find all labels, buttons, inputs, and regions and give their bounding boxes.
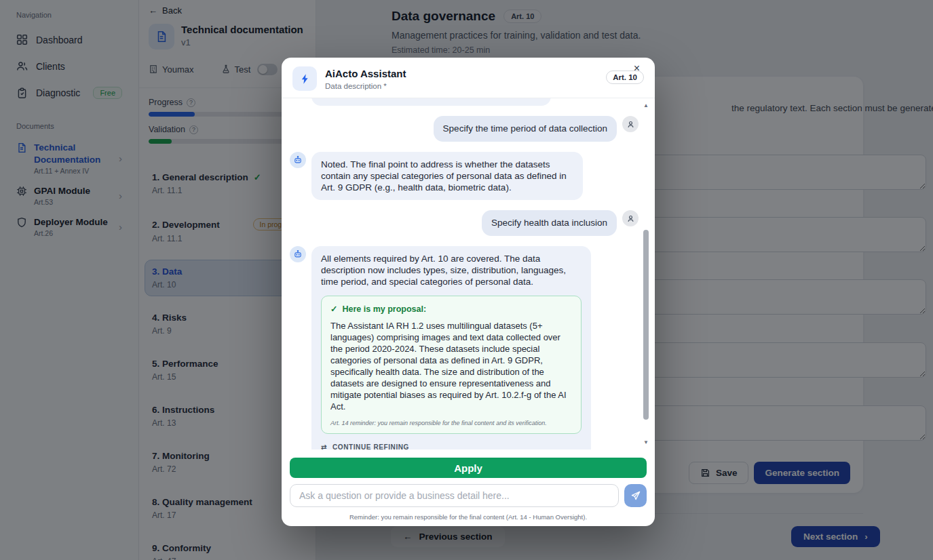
- paper-plane-icon: [630, 490, 641, 501]
- scrollbar-thumb[interactable]: [643, 230, 649, 420]
- check-icon: ✓: [330, 304, 337, 315]
- send-button[interactable]: [624, 484, 647, 507]
- refine-arrows-icon: ⇄: [321, 443, 327, 449]
- chat-message-user: Specify health data inclusion: [290, 210, 639, 235]
- chat-message-assistant: Noted. The final point to address is whe…: [290, 152, 639, 201]
- chat-scrollbar[interactable]: ▲ ▼: [643, 102, 649, 445]
- user-bubble: Specify the time period of data collecti…: [434, 116, 617, 141]
- scroll-up-icon[interactable]: ▲: [643, 102, 649, 108]
- user-avatar-icon: [622, 210, 639, 226]
- chat-message-user: Specify the time period of data collecti…: [290, 116, 639, 141]
- modal-title: AiActo Assistant: [325, 68, 406, 79]
- user-bubble: Specify health data inclusion: [482, 210, 617, 235]
- chat-scroll-area: categories of personal data as defined i…: [282, 98, 655, 449]
- refine-label: Continue refining: [332, 443, 409, 449]
- user-avatar-icon: [622, 116, 639, 132]
- robot-avatar-icon: [290, 152, 306, 168]
- assistant-modal: AiActo Assistant Data description * × Ar…: [282, 58, 655, 526]
- assistant-bubble: categories of personal data as defined i…: [311, 98, 551, 106]
- robot-avatar-icon: [290, 246, 306, 262]
- lightning-bolt-icon: [292, 66, 317, 91]
- human-oversight-reminder: Reminder: you remain responsible for the…: [290, 513, 647, 521]
- proposal-heading: Here is my proposal:: [342, 304, 426, 315]
- apply-button[interactable]: Apply: [290, 458, 647, 478]
- scroll-down-icon[interactable]: ▼: [643, 439, 649, 445]
- assistant-bubble: All elements required by Art. 10 are cov…: [311, 246, 591, 449]
- chat-message-assistant: categories of personal data as defined i…: [290, 98, 639, 106]
- proposal-box: ✓ Here is my proposal: The Assistant IA …: [321, 296, 582, 434]
- proposal-body: The Assistant IA RH 1.2 uses multilingua…: [330, 321, 572, 412]
- assistant-summary-text: All elements required by Art. 10 are cov…: [321, 254, 566, 287]
- continue-refining-block: ⇄ Continue refining Strengthen GDPR sect…: [321, 443, 582, 449]
- chat-message-assistant: All elements required by Art. 10 are cov…: [290, 246, 639, 449]
- modal-subtitle: Data description *: [325, 82, 406, 90]
- assistant-bubble: Noted. The final point to address is whe…: [311, 152, 583, 201]
- proposal-note: Art. 14 reminder: you remain responsible…: [330, 420, 572, 428]
- modal-article-badge: Art. 10: [606, 71, 644, 84]
- assistant-question-input[interactable]: [290, 484, 619, 507]
